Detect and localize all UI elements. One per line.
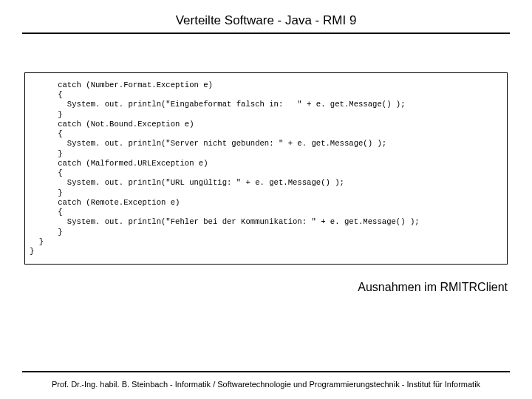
footer-region: Prof. Dr.-Ing. habil. B. Steinbach - Inf… <box>0 371 532 389</box>
footer-text: Prof. Dr.-Ing. habil. B. Steinbach - Inf… <box>0 380 532 389</box>
page-title: Verteilte Software - Java - RMI 9 <box>0 0 532 33</box>
header-divider <box>22 33 510 34</box>
slide-page: Verteilte Software - Java - RMI 9 catch … <box>0 0 532 399</box>
code-box: catch (Number.Format.Exception e) { Syst… <box>24 72 508 265</box>
footer-divider <box>22 371 510 372</box>
slide-caption: Ausnahmen im RMITRClient <box>0 281 508 294</box>
code-listing: catch (Number.Format.Exception e) { Syst… <box>30 81 502 256</box>
